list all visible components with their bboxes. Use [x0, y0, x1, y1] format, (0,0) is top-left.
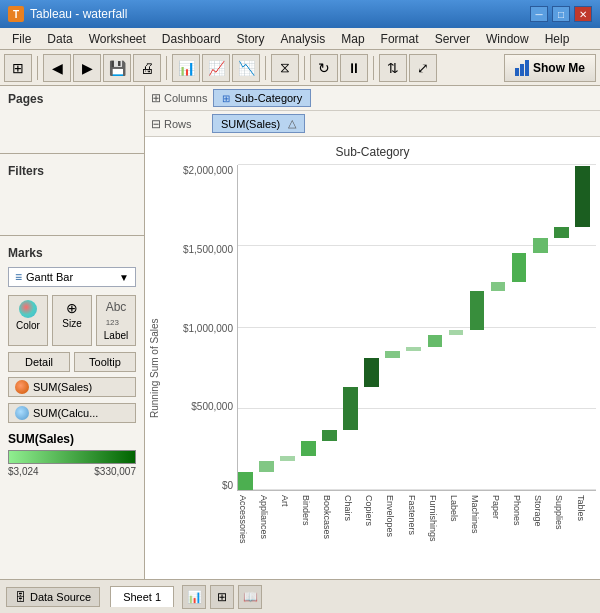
toolbar-fit-button[interactable]: ⤢: [409, 54, 437, 82]
color-label: Color: [16, 320, 40, 331]
rows-pill[interactable]: SUM(Sales) △: [212, 114, 305, 133]
y-axis-label: Running Sum of Sales: [149, 165, 165, 571]
grid-line: [238, 408, 596, 409]
chart-bar: [512, 253, 527, 282]
menu-story[interactable]: Story: [229, 30, 273, 48]
new-story-button[interactable]: 📖: [238, 585, 262, 609]
size-button[interactable]: ⊕ Size: [52, 295, 92, 346]
toolbar-chart2-button[interactable]: 📉: [232, 54, 260, 82]
label-button[interactable]: Abc123 Label: [96, 295, 136, 346]
right-area: ⊞ Columns ⊞ Sub-Category ⊟ Rows SUM(Sale…: [145, 86, 600, 579]
x-axis-label: Machines: [469, 491, 490, 571]
chart-bar: [280, 456, 295, 461]
menu-dashboard[interactable]: Dashboard: [154, 30, 229, 48]
toolbar-chart-button[interactable]: 📊: [172, 54, 200, 82]
menu-format[interactable]: Format: [373, 30, 427, 48]
toolbar-forward-button[interactable]: ▶: [73, 54, 101, 82]
columns-shelf-label: ⊞ Columns: [151, 91, 207, 105]
x-axis-label: Copiers: [364, 491, 385, 571]
size-label: Size: [62, 318, 81, 329]
menu-help[interactable]: Help: [537, 30, 578, 48]
x-label-text: Tables: [576, 495, 586, 521]
chart-bar: [322, 430, 337, 441]
menu-file[interactable]: File: [4, 30, 39, 48]
columns-pill-icon: ⊞: [222, 93, 230, 104]
x-axis-label: Binders: [300, 491, 321, 571]
toolbar-save-button[interactable]: 💾: [103, 54, 131, 82]
color-scale-bar[interactable]: [8, 450, 136, 464]
rows-shelf: ⊟ Rows SUM(Sales) △: [145, 111, 600, 137]
menu-worksheet[interactable]: Worksheet: [81, 30, 154, 48]
divider-1: [0, 153, 144, 154]
x-label-text: Machines: [470, 495, 480, 534]
data-source-label: Data Source: [30, 591, 91, 603]
x-axis-label: Envelopes: [385, 491, 406, 571]
y-tick-2: $1,000,000: [169, 323, 233, 334]
columns-pill-label: Sub-Category: [234, 92, 302, 104]
divider-2: [0, 235, 144, 236]
x-label-text: Appliances: [259, 495, 269, 539]
x-axis-label: Chairs: [343, 491, 364, 571]
size-icon: ⊕: [66, 300, 78, 316]
y-tick-3: $500,000: [169, 401, 233, 412]
menu-data[interactable]: Data: [39, 30, 80, 48]
app-icon: T: [8, 6, 24, 22]
new-dashboard-button[interactable]: ⊞: [210, 585, 234, 609]
chart-bar: [259, 461, 274, 472]
sum-calc-pill[interactable]: SUM(Calcu...: [8, 403, 136, 423]
x-axis-label: Appliances: [258, 491, 279, 571]
color-scale-values: $3,024 $330,007: [8, 466, 136, 477]
chart-bar: [575, 166, 590, 227]
x-axis-label: Art: [279, 491, 300, 571]
toolbar-sep-3: [265, 56, 266, 80]
toolbar-pause-button[interactable]: ⏸: [340, 54, 368, 82]
tooltip-button[interactable]: Tooltip: [74, 352, 136, 372]
maximize-button[interactable]: □: [552, 6, 570, 22]
y-tick-4: $0: [169, 480, 233, 491]
window-title: Tableau - waterfall: [30, 7, 127, 21]
tab-icons: 📊 ⊞ 📖: [182, 585, 262, 609]
x-axis-label: Bookcases: [322, 491, 343, 571]
toolbar-filter-button[interactable]: ⧖: [271, 54, 299, 82]
menu-analysis[interactable]: Analysis: [273, 30, 334, 48]
chart-plot-area: $2,000,000 $1,500,000 $1,000,000 $500,00…: [165, 165, 596, 491]
minimize-button[interactable]: ─: [530, 6, 548, 22]
toolbar-print-button[interactable]: 🖨: [133, 54, 161, 82]
new-worksheet-button[interactable]: 📊: [182, 585, 206, 609]
close-button[interactable]: ✕: [574, 6, 592, 22]
menu-map[interactable]: Map: [333, 30, 372, 48]
sum-calc-icon: [15, 406, 29, 420]
x-axis-label: Fasteners: [406, 491, 427, 571]
toolbar-swap-button[interactable]: ⇅: [379, 54, 407, 82]
title-bar: T Tableau - waterfall ─ □ ✕: [0, 0, 600, 28]
label-label: Label: [104, 330, 128, 341]
toolbar-grid-icon[interactable]: ⊞: [4, 54, 32, 82]
show-me-button[interactable]: Show Me: [504, 54, 596, 82]
toolbar: ⊞ ◀ ▶ 💾 🖨 📊 📈 📉 ⧖ ↻ ⏸ ⇅ ⤢ Show Me: [0, 50, 600, 86]
sheet-tab[interactable]: Sheet 1: [110, 586, 174, 607]
label-icon: Abc123: [106, 300, 127, 328]
columns-pill[interactable]: ⊞ Sub-Category: [213, 89, 311, 107]
data-source-button[interactable]: 🗄 Data Source: [6, 587, 100, 607]
color-button[interactable]: Color: [8, 295, 48, 346]
y-axis: $2,000,000 $1,500,000 $1,000,000 $500,00…: [165, 165, 237, 491]
toolbar-refresh-button[interactable]: ↻: [310, 54, 338, 82]
menu-window[interactable]: Window: [478, 30, 537, 48]
toolbar-back-button[interactable]: ◀: [43, 54, 71, 82]
rows-shelf-label: ⊟ Rows: [151, 117, 206, 131]
x-axis: AccessoriesAppliancesArtBindersBookcases…: [237, 491, 596, 571]
x-axis-label: Supplies: [554, 491, 575, 571]
show-me-chart-icon: [515, 60, 529, 76]
x-axis-label: Furnishings: [427, 491, 448, 571]
detail-button[interactable]: Detail: [8, 352, 70, 372]
color-icon: [19, 300, 37, 318]
menu-server[interactable]: Server: [427, 30, 478, 48]
sum-sales-pill[interactable]: SUM(Sales): [8, 377, 136, 397]
toolbar-sep-2: [166, 56, 167, 80]
toolbar-bar-button[interactable]: 📈: [202, 54, 230, 82]
database-icon: 🗄: [15, 591, 26, 603]
color-scale-max: $330,007: [94, 466, 136, 477]
filters-content: [0, 181, 144, 231]
marks-type-dropdown[interactable]: ≡ Gantt Bar ▼: [8, 267, 136, 287]
rows-delta-icon: △: [288, 117, 296, 130]
